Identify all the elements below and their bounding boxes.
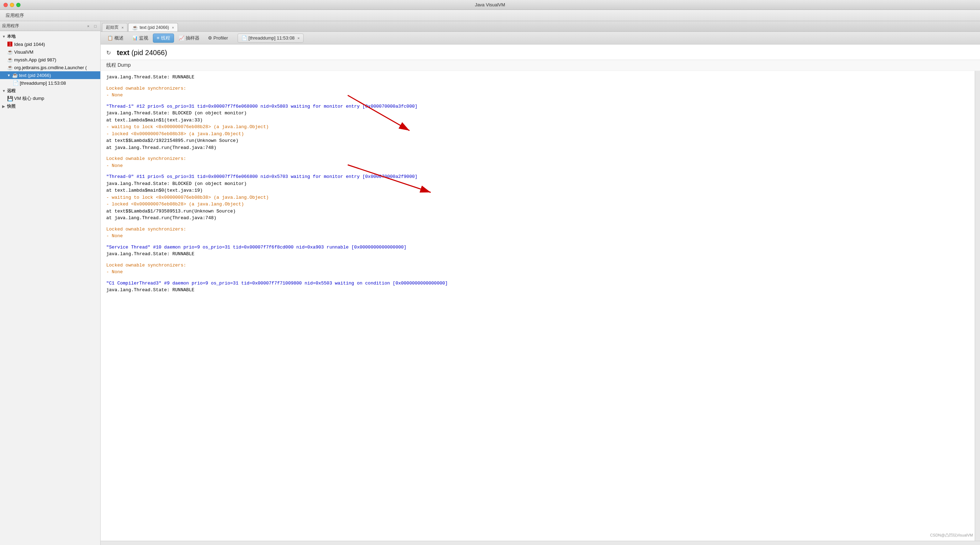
thread-dump-line: java.lang.Thread.State: RUNNABLE	[106, 74, 969, 81]
myssh-icon: ☕	[7, 57, 13, 62]
sidebar: 应用程序 × □ ▼ 本地 🅸 Idea (pid 1044) ☕	[0, 21, 100, 545]
text-arrow: ▼	[7, 73, 11, 77]
menu-bar: 应用程序	[0, 10, 980, 21]
thread-dump-line: at java.lang.Thread.run(Thread.java:748)	[106, 145, 969, 151]
thread-dump-line	[106, 169, 969, 173]
thread-dump-line: java.lang.Thread.State: BLOCKED (on obje…	[106, 180, 969, 187]
section-label: 线程 Dump	[100, 60, 980, 71]
tab-text-icon: ☕	[132, 25, 138, 30]
tab-start-close[interactable]: ×	[121, 25, 124, 30]
tab-start-page[interactable]: 起始页 ×	[102, 23, 127, 32]
thread-dump-line: - None	[106, 269, 969, 276]
myssh-label: myssh.App (pid 987)	[14, 57, 56, 62]
thread-dump-line: - None	[106, 92, 969, 99]
thread-dump-line: at java.lang.Thread.run(Thread.java:748)	[106, 215, 969, 222]
sidebar-item-coredump[interactable]: 💾 VM 核心 dump	[0, 95, 100, 102]
toolbar: 📋 概述 📊 监视 ≡ 线程 📈 抽样器 ⚙ Profiler	[100, 32, 980, 44]
coredump-label: VM 核心 dump	[14, 95, 44, 102]
thread-content-wrapper: java.lang.Thread.State: RUNNABLE Locked …	[100, 71, 980, 541]
sampler-icon: 📈	[179, 35, 184, 41]
minimize-button[interactable]	[10, 3, 14, 7]
monitor-label: 监视	[139, 35, 148, 41]
toolbar-threaddump-tab[interactable]: 📄 [threaddump] 11:53:08 ×	[238, 33, 304, 43]
tab-text-process[interactable]: ☕ text (pid 24066) ×	[128, 23, 178, 32]
menu-item-app[interactable]: 应用程序	[3, 11, 27, 20]
bottom-scrollbar[interactable]	[100, 541, 980, 545]
toolbar-overview-btn[interactable]: 📋 概述	[103, 33, 127, 43]
text-icon: ☕	[12, 72, 18, 78]
thread-dump-line: "C1 CompilerThread3" #9 daemon prio=9 os…	[106, 280, 969, 287]
sidebar-section-snapshot[interactable]: ▶ 快照	[0, 102, 100, 110]
main-panel: 起始页 × ☕ text (pid 24066) × 📋 概述 📊 监视	[100, 21, 980, 545]
sidebar-title: 应用程序	[2, 23, 19, 29]
thread-dump-line: at text$$Lambda$1/793589513.run(Unknown …	[106, 208, 969, 215]
idea-icon: 🅸	[7, 41, 13, 47]
thread-dump-line	[106, 151, 969, 155]
app-container: 应用程序 应用程序 × □ ▼ 本地 🅸 Idea (pid 1044)	[0, 10, 980, 545]
sidebar-item-text[interactable]: ▼ ☕ text (pid 24066)	[0, 71, 100, 79]
sidebar-item-myssh[interactable]: ☕ myssh.App (pid 987)	[0, 56, 100, 64]
threads-label: 线程	[161, 35, 170, 41]
watermark: CSDN@凸凹玩VisualVM	[930, 533, 973, 538]
thread-dump-line: java.lang.Thread.State: BLOCKED (on obje…	[106, 110, 969, 117]
toolbar-sampler-btn[interactable]: 📈 抽样器	[175, 33, 204, 43]
content-header: ↻ text (pid 24066)	[100, 44, 980, 60]
tab-bar: 起始页 × ☕ text (pid 24066) ×	[100, 21, 980, 32]
thread-dump-line: java.lang.Thread.State: RUNNABLE	[106, 251, 969, 258]
threaddump-label: [threaddump] 11:53:08	[20, 81, 66, 86]
close-button[interactable]	[3, 3, 8, 7]
maximize-button[interactable]	[16, 3, 21, 7]
threads-icon: ≡	[157, 35, 159, 41]
thread-dump-line: - locked <0x000000076eb08b28> (a java.la…	[106, 201, 969, 208]
window-controls	[3, 3, 21, 7]
thread-dump-line: - None	[106, 162, 969, 169]
title-bar: Java VisualVM	[0, 0, 980, 10]
thread-dump-line: Locked ownable synchronizers:	[106, 155, 969, 162]
tab-text-close[interactable]: ×	[172, 25, 174, 30]
content-area: 应用程序 × □ ▼ 本地 🅸 Idea (pid 1044) ☕	[0, 21, 980, 545]
jetbrains-label: org.jetbrains.jps.cmdline.Launcher (	[14, 65, 87, 70]
refresh-button[interactable]: ↻	[106, 49, 113, 56]
snapshot-label: 快照	[7, 103, 16, 110]
toolbar-profiler-btn[interactable]: ⚙ Profiler	[204, 33, 232, 43]
threaddump-icon: 📄	[13, 80, 18, 86]
thread-dump-area[interactable]: java.lang.Thread.State: RUNNABLE Locked …	[100, 71, 975, 541]
jetbrains-icon: ☕	[7, 65, 13, 70]
sidebar-section-local[interactable]: ▼ 本地	[0, 32, 100, 40]
thread-dump-line: Locked ownable synchronizers:	[106, 85, 969, 92]
toolbar-threads-btn[interactable]: ≡ 线程	[153, 33, 174, 43]
thread-dump: java.lang.Thread.State: RUNNABLE Locked …	[100, 71, 975, 297]
threaddump-tab-label: [threaddump] 11:53:08	[248, 35, 295, 41]
thread-dump-line	[106, 258, 969, 262]
remote-arrow: ▼	[2, 89, 6, 93]
thread-dump-line: - None	[106, 233, 969, 240]
threaddump-tab-close[interactable]: ×	[298, 36, 300, 40]
thread-dump-line: Locked ownable synchronizers:	[106, 226, 969, 233]
tab-start-label: 起始页	[106, 24, 119, 30]
thread-dump-line: "Thread-0" #11 prio=5 os_prio=31 tid=0x0…	[106, 173, 969, 180]
overview-icon: 📋	[107, 35, 113, 41]
sidebar-item-jetbrains[interactable]: ☕ org.jetbrains.jps.cmdline.Launcher (	[0, 64, 100, 71]
threaddump-tab-icon: 📄	[242, 35, 247, 41]
sidebar-item-threaddump[interactable]: 📄 [threaddump] 11:53:08	[0, 79, 100, 87]
thread-dump-line	[106, 81, 969, 85]
remote-label: 远程	[7, 88, 16, 94]
thread-dump-line: java.lang.Thread.State: RUNNABLE	[106, 287, 969, 294]
sidebar-item-visualvm[interactable]: ☕ VisualVM	[0, 48, 100, 56]
profiler-label: Profiler	[213, 35, 228, 41]
right-scrollbar[interactable]	[975, 71, 980, 541]
sidebar-section-remote[interactable]: ▼ 远程	[0, 87, 100, 95]
sidebar-expand-btn[interactable]: □	[92, 23, 98, 29]
sidebar-tree: ▼ 本地 🅸 Idea (pid 1044) ☕ VisualVM ☕ myss…	[0, 31, 100, 545]
sidebar-close-btn[interactable]: ×	[86, 23, 91, 29]
thread-dump-line	[106, 276, 969, 280]
tab-text-label: text (pid 24066)	[140, 25, 169, 30]
toolbar-monitor-btn[interactable]: 📊 监视	[128, 33, 152, 43]
content-title: text (pid 24066)	[117, 49, 167, 57]
thread-dump-line: Locked ownable synchronizers:	[106, 262, 969, 269]
sidebar-item-idea[interactable]: 🅸 Idea (pid 1044)	[0, 40, 100, 48]
window-title: Java VisualVM	[475, 2, 505, 7]
coredump-icon: 💾	[7, 96, 13, 101]
overview-label: 概述	[115, 35, 124, 41]
process-name: text	[117, 49, 130, 56]
